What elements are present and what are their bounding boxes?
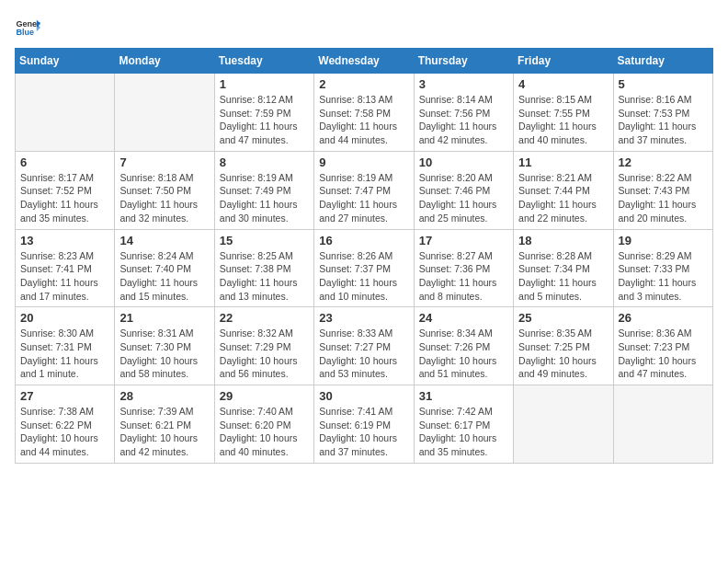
day-info: Sunrise: 8:16 AM Sunset: 7:53 PM Dayligh… — [619, 93, 708, 147]
calendar-cell: 18Sunrise: 8:28 AM Sunset: 7:34 PM Dayli… — [514, 229, 613, 307]
day-number: 21 — [119, 311, 209, 325]
calendar-cell: 28Sunrise: 7:39 AM Sunset: 6:21 PM Dayli… — [115, 385, 214, 464]
day-info: Sunrise: 8:33 AM Sunset: 7:27 PM Dayligh… — [319, 327, 408, 381]
calendar-cell: 14Sunrise: 8:24 AM Sunset: 7:40 PM Dayli… — [115, 229, 214, 307]
day-info: Sunrise: 8:25 AM Sunset: 7:38 PM Dayligh… — [220, 249, 309, 304]
day-number: 13 — [20, 234, 109, 247]
calendar-cell — [613, 385, 712, 464]
day-info: Sunrise: 8:35 AM Sunset: 7:25 PM Dayligh… — [518, 327, 608, 381]
day-header-monday: Monday — [115, 49, 214, 74]
day-info: Sunrise: 7:38 AM Sunset: 6:22 PM Dayligh… — [20, 405, 109, 459]
day-header-thursday: Thursday — [414, 49, 513, 74]
calendar-cell — [16, 74, 115, 152]
day-header-saturday: Saturday — [613, 49, 712, 74]
day-info: Sunrise: 8:28 AM Sunset: 7:34 PM Dayligh… — [518, 249, 608, 304]
calendar-header-row: SundayMondayTuesdayWednesdayThursdayFrid… — [16, 49, 713, 74]
day-info: Sunrise: 8:24 AM Sunset: 7:40 PM Dayligh… — [119, 249, 209, 304]
day-number: 19 — [619, 234, 708, 247]
calendar-cell: 30Sunrise: 7:41 AM Sunset: 6:19 PM Dayli… — [314, 385, 414, 464]
calendar-cell — [514, 385, 613, 464]
day-number: 30 — [319, 389, 408, 403]
day-header-tuesday: Tuesday — [214, 49, 313, 74]
day-info: Sunrise: 8:12 AM Sunset: 7:59 PM Dayligh… — [220, 93, 309, 147]
day-number: 29 — [220, 389, 309, 403]
logo-icon: General Blue — [15, 15, 40, 40]
calendar-cell: 27Sunrise: 7:38 AM Sunset: 6:22 PM Dayli… — [16, 385, 115, 464]
day-info: Sunrise: 7:40 AM Sunset: 6:20 PM Dayligh… — [220, 405, 309, 459]
day-info: Sunrise: 7:39 AM Sunset: 6:21 PM Dayligh… — [119, 405, 209, 459]
calendar-cell: 12Sunrise: 8:22 AM Sunset: 7:43 PM Dayli… — [613, 151, 712, 229]
calendar-week-row: 27Sunrise: 7:38 AM Sunset: 6:22 PM Dayli… — [16, 385, 713, 464]
day-number: 27 — [20, 389, 109, 403]
day-number: 3 — [419, 77, 508, 91]
day-info: Sunrise: 7:41 AM Sunset: 6:19 PM Dayligh… — [319, 405, 408, 459]
day-number: 10 — [419, 155, 508, 169]
day-number: 28 — [119, 389, 209, 403]
day-info: Sunrise: 8:21 AM Sunset: 7:44 PM Dayligh… — [518, 171, 608, 225]
day-info: Sunrise: 8:26 AM Sunset: 7:37 PM Dayligh… — [319, 249, 408, 304]
day-info: Sunrise: 8:18 AM Sunset: 7:50 PM Dayligh… — [119, 171, 209, 225]
calendar-cell: 9Sunrise: 8:19 AM Sunset: 7:47 PM Daylig… — [314, 151, 414, 229]
day-number: 4 — [518, 77, 608, 91]
calendar-cell: 3Sunrise: 8:14 AM Sunset: 7:56 PM Daylig… — [414, 74, 513, 152]
day-number: 12 — [619, 155, 708, 169]
day-info: Sunrise: 8:23 AM Sunset: 7:41 PM Dayligh… — [20, 249, 109, 304]
day-info: Sunrise: 8:30 AM Sunset: 7:31 PM Dayligh… — [20, 327, 109, 381]
calendar-cell: 4Sunrise: 8:15 AM Sunset: 7:55 PM Daylig… — [514, 74, 613, 152]
day-number: 17 — [419, 234, 508, 247]
day-header-sunday: Sunday — [16, 49, 115, 74]
calendar-cell: 19Sunrise: 8:29 AM Sunset: 7:33 PM Dayli… — [613, 229, 712, 307]
calendar-cell: 25Sunrise: 8:35 AM Sunset: 7:25 PM Dayli… — [514, 307, 613, 385]
calendar-cell: 22Sunrise: 8:32 AM Sunset: 7:29 PM Dayli… — [214, 307, 313, 385]
calendar-cell: 17Sunrise: 8:27 AM Sunset: 7:36 PM Dayli… — [414, 229, 513, 307]
day-info: Sunrise: 8:19 AM Sunset: 7:49 PM Dayligh… — [220, 171, 309, 225]
calendar-cell: 26Sunrise: 8:36 AM Sunset: 7:23 PM Dayli… — [613, 307, 712, 385]
calendar-cell: 2Sunrise: 8:13 AM Sunset: 7:58 PM Daylig… — [314, 74, 414, 152]
day-info: Sunrise: 8:13 AM Sunset: 7:58 PM Dayligh… — [319, 93, 408, 147]
calendar-cell: 20Sunrise: 8:30 AM Sunset: 7:31 PM Dayli… — [16, 307, 115, 385]
day-number: 9 — [319, 155, 408, 169]
day-number: 23 — [319, 311, 408, 325]
day-info: Sunrise: 8:27 AM Sunset: 7:36 PM Dayligh… — [419, 249, 508, 304]
calendar-week-row: 20Sunrise: 8:30 AM Sunset: 7:31 PM Dayli… — [16, 307, 713, 385]
calendar-cell: 23Sunrise: 8:33 AM Sunset: 7:27 PM Dayli… — [314, 307, 414, 385]
logo: General Blue — [15, 15, 40, 40]
day-number: 5 — [619, 77, 708, 91]
calendar-cell: 8Sunrise: 8:19 AM Sunset: 7:49 PM Daylig… — [214, 151, 313, 229]
day-info: Sunrise: 8:29 AM Sunset: 7:33 PM Dayligh… — [619, 249, 708, 304]
calendar-week-row: 1Sunrise: 8:12 AM Sunset: 7:59 PM Daylig… — [16, 74, 713, 152]
calendar-cell: 16Sunrise: 8:26 AM Sunset: 7:37 PM Dayli… — [314, 229, 414, 307]
day-number: 18 — [518, 234, 608, 247]
calendar-cell: 7Sunrise: 8:18 AM Sunset: 7:50 PM Daylig… — [115, 151, 214, 229]
day-info: Sunrise: 8:22 AM Sunset: 7:43 PM Dayligh… — [619, 171, 708, 225]
calendar-cell: 13Sunrise: 8:23 AM Sunset: 7:41 PM Dayli… — [16, 229, 115, 307]
calendar-cell: 6Sunrise: 8:17 AM Sunset: 7:52 PM Daylig… — [16, 151, 115, 229]
day-number: 20 — [20, 311, 109, 325]
day-number: 24 — [419, 311, 508, 325]
day-number: 1 — [220, 77, 309, 91]
day-number: 15 — [220, 234, 309, 247]
day-info: Sunrise: 7:42 AM Sunset: 6:17 PM Dayligh… — [419, 405, 508, 459]
calendar-cell — [115, 74, 214, 152]
day-number: 22 — [220, 311, 309, 325]
day-number: 16 — [319, 234, 408, 247]
calendar-cell: 29Sunrise: 7:40 AM Sunset: 6:20 PM Dayli… — [214, 385, 313, 464]
day-number: 14 — [119, 234, 209, 247]
day-number: 26 — [619, 311, 708, 325]
day-number: 7 — [119, 155, 209, 169]
day-info: Sunrise: 8:20 AM Sunset: 7:46 PM Dayligh… — [419, 171, 508, 225]
day-info: Sunrise: 8:14 AM Sunset: 7:56 PM Dayligh… — [419, 93, 508, 147]
calendar-week-row: 13Sunrise: 8:23 AM Sunset: 7:41 PM Dayli… — [16, 229, 713, 307]
day-info: Sunrise: 8:17 AM Sunset: 7:52 PM Dayligh… — [20, 171, 109, 225]
calendar-table: SundayMondayTuesdayWednesdayThursdayFrid… — [15, 48, 713, 464]
day-info: Sunrise: 8:31 AM Sunset: 7:30 PM Dayligh… — [119, 327, 209, 381]
day-info: Sunrise: 8:32 AM Sunset: 7:29 PM Dayligh… — [220, 327, 309, 381]
day-number: 31 — [419, 389, 508, 403]
calendar-cell: 21Sunrise: 8:31 AM Sunset: 7:30 PM Dayli… — [115, 307, 214, 385]
day-info: Sunrise: 8:36 AM Sunset: 7:23 PM Dayligh… — [619, 327, 708, 381]
calendar-cell: 10Sunrise: 8:20 AM Sunset: 7:46 PM Dayli… — [414, 151, 513, 229]
day-info: Sunrise: 8:15 AM Sunset: 7:55 PM Dayligh… — [518, 93, 608, 147]
calendar-week-row: 6Sunrise: 8:17 AM Sunset: 7:52 PM Daylig… — [16, 151, 713, 229]
day-info: Sunrise: 8:34 AM Sunset: 7:26 PM Dayligh… — [419, 327, 508, 381]
day-number: 11 — [518, 155, 608, 169]
